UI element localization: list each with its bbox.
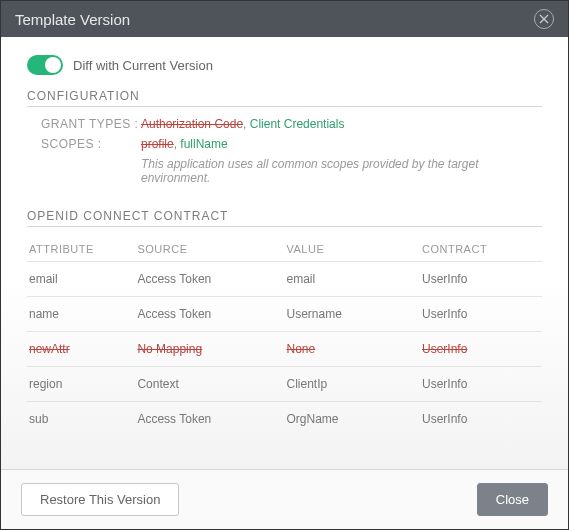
cell-value: Username <box>284 297 420 332</box>
dialog-body: Diff with Current Version CONFIGURATION … <box>1 37 568 469</box>
titlebar: Template Version <box>1 1 568 37</box>
cell-source: No Mapping <box>135 332 284 367</box>
cell-source-text: Access Token <box>137 272 211 286</box>
cell-contract-text: UserInfo <box>422 342 467 356</box>
cell-attribute-text: email <box>29 272 58 286</box>
cell-value-text: None <box>286 342 315 356</box>
cell-attribute-text: sub <box>29 412 48 426</box>
cell-attribute: email <box>27 262 135 297</box>
cell-attribute: name <box>27 297 135 332</box>
configuration-heading: CONFIGURATION <box>27 89 542 103</box>
cell-source-text: Context <box>137 377 178 391</box>
scopes-removed: profile <box>141 137 174 151</box>
col-contract: CONTRACT <box>420 237 542 262</box>
scopes-row: SCOPES : profile, fullName <box>41 137 542 151</box>
table-header-row: ATTRIBUTE SOURCE VALUE CONTRACT <box>27 237 542 262</box>
cell-value-text: Username <box>286 307 341 321</box>
dialog-title: Template Version <box>15 11 130 28</box>
cell-contract: UserInfo <box>420 297 542 332</box>
cell-attribute: newAttr <box>27 332 135 367</box>
table-row: emailAccess TokenemailUserInfo <box>27 262 542 297</box>
grant-types-label: GRANT TYPES : <box>41 117 141 131</box>
scopes-value: profile, fullName <box>141 137 228 151</box>
cell-contract: UserInfo <box>420 262 542 297</box>
separator: , <box>243 117 250 131</box>
cell-contract-text: UserInfo <box>422 307 467 321</box>
col-source: SOURCE <box>135 237 284 262</box>
cell-contract: UserInfo <box>420 402 542 437</box>
contract-heading: OPENID CONNECT CONTRACT <box>27 209 542 223</box>
cell-source-text: No Mapping <box>137 342 202 356</box>
cell-contract-text: UserInfo <box>422 377 467 391</box>
dialog: Template Version Diff with Current Versi… <box>0 0 569 530</box>
cell-source-text: Access Token <box>137 412 211 426</box>
cell-source: Access Token <box>135 402 284 437</box>
cell-contract: UserInfo <box>420 367 542 402</box>
cell-value: OrgName <box>284 402 420 437</box>
cell-value-text: ClientIp <box>286 377 327 391</box>
scopes-added: fullName <box>180 137 227 151</box>
cell-source: Access Token <box>135 262 284 297</box>
table-row: subAccess TokenOrgNameUserInfo <box>27 402 542 437</box>
cell-attribute-text: name <box>29 307 59 321</box>
scopes-note: This application uses all common scopes … <box>141 157 542 185</box>
cell-source: Access Token <box>135 297 284 332</box>
cell-value: None <box>284 332 420 367</box>
table-row: newAttrNo MappingNoneUserInfo <box>27 332 542 367</box>
cell-contract-text: UserInfo <box>422 412 467 426</box>
cell-value: ClientIp <box>284 367 420 402</box>
cell-value-text: email <box>286 272 315 286</box>
close-button[interactable]: Close <box>477 483 548 516</box>
grant-types-removed: Authorization Code <box>141 117 243 131</box>
cell-contract: UserInfo <box>420 332 542 367</box>
col-value: VALUE <box>284 237 420 262</box>
cell-source-text: Access Token <box>137 307 211 321</box>
grant-types-row: GRANT TYPES : Authorization Code, Client… <box>41 117 542 131</box>
scopes-label: SCOPES : <box>41 137 141 151</box>
contract-table: ATTRIBUTE SOURCE VALUE CONTRACT emailAcc… <box>27 237 542 436</box>
cell-value: email <box>284 262 420 297</box>
table-row: regionContextClientIpUserInfo <box>27 367 542 402</box>
cell-attribute: sub <box>27 402 135 437</box>
dialog-footer: Restore This Version Close <box>1 469 568 529</box>
cell-attribute-text: region <box>29 377 62 391</box>
diff-toggle-row: Diff with Current Version <box>27 55 542 75</box>
configuration-block: GRANT TYPES : Authorization Code, Client… <box>27 117 542 185</box>
cell-attribute: region <box>27 367 135 402</box>
diff-toggle-label: Diff with Current Version <box>73 58 213 73</box>
grant-types-added: Client Credentials <box>250 117 345 131</box>
restore-button[interactable]: Restore This Version <box>21 483 179 516</box>
cell-contract-text: UserInfo <box>422 272 467 286</box>
table-row: nameAccess TokenUsernameUserInfo <box>27 297 542 332</box>
diff-toggle[interactable] <box>27 55 63 75</box>
cell-attribute-text: newAttr <box>29 342 70 356</box>
close-icon[interactable] <box>534 9 554 29</box>
col-attribute: ATTRIBUTE <box>27 237 135 262</box>
section-divider <box>27 106 542 107</box>
grant-types-value: Authorization Code, Client Credentials <box>141 117 344 131</box>
cell-source: Context <box>135 367 284 402</box>
cell-value-text: OrgName <box>286 412 338 426</box>
section-divider <box>27 226 542 227</box>
